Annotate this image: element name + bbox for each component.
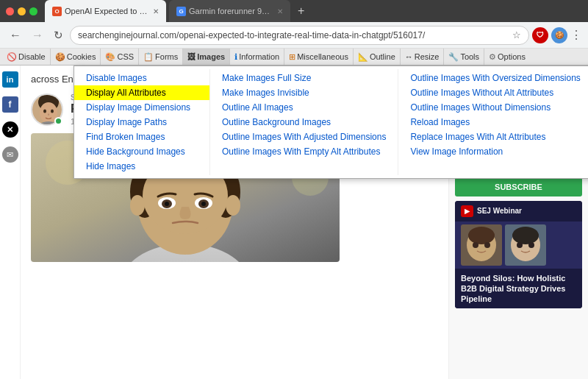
webinar-text: Beyond Silos: How Holistic B2B Digital S… xyxy=(455,269,582,309)
display-image-dimensions-item[interactable]: Display Image Dimensions xyxy=(74,100,209,115)
extension-icon-3[interactable]: ⋮ xyxy=(570,28,582,42)
reload-images-item[interactable]: Reload Images xyxy=(398,115,588,130)
email-icon[interactable]: ✉ xyxy=(2,146,18,163)
display-all-attributes-item[interactable]: Display All Attributes xyxy=(74,85,209,100)
tab-close-garmin[interactable]: ✕ xyxy=(277,7,283,15)
new-tab-button[interactable]: + xyxy=(293,4,309,18)
svg-point-29 xyxy=(473,242,478,248)
display-image-paths-item[interactable]: Display Image Paths xyxy=(74,115,209,130)
left-social-sidebar: in f ✕ ✉ xyxy=(0,65,21,379)
svg-point-22 xyxy=(165,202,169,206)
svg-point-35 xyxy=(528,242,534,248)
hide-images-item[interactable]: Hide Images xyxy=(74,159,209,174)
avatar-wrapper xyxy=(31,93,63,126)
tab-garmin[interactable]: G Garmin forerunner 955 - Goog... ✕ xyxy=(169,0,290,22)
browser-chrome: O OpenAI Expected to Integrate... ✕ G Ga… xyxy=(0,0,588,22)
outline-images-adjusted-item[interactable]: Outline Images With Adjusted Dimensions xyxy=(210,130,398,144)
forward-button[interactable]: → xyxy=(28,27,47,43)
disable-btn[interactable]: 🚫 Disable xyxy=(2,49,51,65)
information-btn[interactable]: ℹ Information xyxy=(230,49,284,65)
linkedin-icon[interactable]: in xyxy=(2,71,18,88)
svg-point-25 xyxy=(226,195,240,216)
webinar-face-1 xyxy=(461,224,502,266)
resize-btn[interactable]: ↔ Resize xyxy=(401,49,445,65)
make-images-invisible-item[interactable]: Make Images Invisible xyxy=(210,85,398,100)
css-btn[interactable]: 🎨 CSS xyxy=(101,49,139,65)
css-icon: 🎨 xyxy=(105,52,115,62)
miscellaneous-btn[interactable]: ⊞ Miscellaneous xyxy=(284,49,354,65)
options-btn[interactable]: ⚙ Options xyxy=(484,49,530,65)
webinar-faces xyxy=(455,222,582,269)
webinar-header: ▶ SEJ Webinar xyxy=(455,201,582,222)
svg-point-23 xyxy=(201,202,206,206)
svg-point-28 xyxy=(468,227,495,244)
view-image-information-item[interactable]: View Image Information xyxy=(398,144,588,159)
outline-images-empty-alt-item[interactable]: Outline Images With Empty Alt Attributes xyxy=(210,144,398,159)
images-btn[interactable]: 🖼 Images xyxy=(183,49,230,65)
hide-background-images-item[interactable]: Hide Background Images xyxy=(74,144,209,159)
webinar-face-2 xyxy=(505,224,546,266)
miscellaneous-icon: ⊞ xyxy=(289,52,295,62)
webinar-title: Beyond Silos: How Holistic B2B Digital S… xyxy=(461,273,576,305)
find-broken-images-item[interactable]: Find Broken Images xyxy=(74,130,209,144)
webinar-brand-label: SEJ Webinar xyxy=(477,207,522,215)
outline-images-oversized-item[interactable]: Outline Images With Oversized Dimensions xyxy=(398,71,588,85)
back-button[interactable]: ← xyxy=(6,27,25,43)
outline-background-images-item[interactable]: Outline Background Images xyxy=(210,115,398,130)
bookmark-icon[interactable]: ☆ xyxy=(512,29,521,40)
tab-openai[interactable]: O OpenAI Expected to Integrate... ✕ xyxy=(45,0,166,22)
address-bar[interactable]: searchenginejournal.com/openai-expected-… xyxy=(70,26,529,45)
dropdown-col-3: Outline Images With Oversized Dimensions… xyxy=(398,69,588,175)
outline-images-no-alt-item[interactable]: Outline Images Without Alt Attributes xyxy=(398,85,588,100)
tab-close-openai[interactable]: ✕ xyxy=(153,7,159,15)
images-dropdown: Disable Images Display All Attributes Di… xyxy=(74,65,588,179)
svg-point-30 xyxy=(484,242,490,248)
options-icon: ⚙ xyxy=(489,52,496,62)
replace-images-alt-item[interactable]: Replace Images With Alt Attributes xyxy=(398,130,588,144)
images-icon: 🖼 xyxy=(187,52,196,61)
online-badge xyxy=(54,117,62,125)
outline-btn[interactable]: 📐 Outline xyxy=(354,49,401,65)
resize-icon: ↔ xyxy=(405,52,413,61)
svg-point-24 xyxy=(130,195,145,216)
forms-icon: 📋 xyxy=(143,52,154,62)
twitter-x-icon[interactable]: ✕ xyxy=(2,121,18,138)
refresh-button[interactable]: ↻ xyxy=(50,27,67,43)
outline-images-no-dimensions-item[interactable]: Outline Images Without Dimensions xyxy=(398,100,588,115)
forms-btn[interactable]: 📋 Forms xyxy=(139,49,183,65)
cookies-icon: 🍪 xyxy=(55,52,65,62)
tools-btn[interactable]: 🔧 Tools xyxy=(444,49,484,65)
subscribe-button[interactable]: SUBSCRIBE xyxy=(455,177,582,196)
extension-icon-2[interactable]: 🍪 xyxy=(551,27,567,43)
webinar-card: ▶ SEJ Webinar xyxy=(455,201,582,309)
webdev-toolbar: 🚫 Disable 🍪 Cookies 🎨 CSS 📋 Forms 🖼 Imag… xyxy=(0,49,588,65)
cookies-btn[interactable]: 🍪 Cookies xyxy=(51,49,101,65)
disable-images-item[interactable]: Disable Images xyxy=(74,71,209,85)
facebook-icon[interactable]: f xyxy=(2,96,18,113)
svg-point-4 xyxy=(43,110,46,113)
svg-point-5 xyxy=(51,110,54,113)
tools-icon: 🔧 xyxy=(448,52,459,62)
information-icon: ℹ xyxy=(234,52,237,62)
outline-icon: 📐 xyxy=(358,52,368,62)
svg-point-34 xyxy=(517,242,523,248)
svg-point-33 xyxy=(512,227,539,244)
disable-icon: 🚫 xyxy=(7,52,17,62)
page-body: in f ✕ ✉ across English, French, and Spa… xyxy=(0,65,588,379)
dropdown-col-2: Make Images Full Size Make Images Invisi… xyxy=(210,69,398,175)
extension-icon-1[interactable]: 🛡 xyxy=(532,27,548,43)
webinar-record-icon: ▶ xyxy=(461,205,473,217)
dropdown-col-1: Disable Images Display All Attributes Di… xyxy=(74,69,210,175)
outline-all-images-item[interactable]: Outline All Images xyxy=(210,100,398,115)
make-images-full-size-item[interactable]: Make Images Full Size xyxy=(210,71,398,85)
address-text: searchenginejournal.com/openai-expected-… xyxy=(78,30,508,40)
address-bar-row: ← → ↻ searchenginejournal.com/openai-exp… xyxy=(0,22,588,49)
